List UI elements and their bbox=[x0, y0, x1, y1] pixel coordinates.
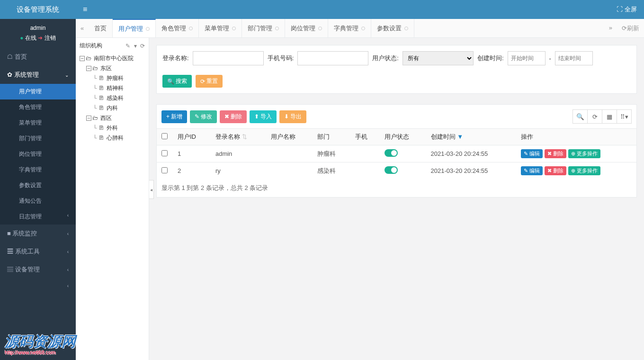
tree-east[interactable]: −🗁 东区 bbox=[80, 63, 145, 73]
phone-label: 手机号码: bbox=[268, 54, 294, 63]
sort-icon: ⇅ bbox=[242, 133, 247, 140]
tab-home[interactable]: 首页 bbox=[89, 19, 113, 37]
nav-sub-user[interactable]: 用户管理 bbox=[0, 84, 76, 99]
fullscreen-button[interactable]: ⛶ 全屏 bbox=[609, 5, 644, 14]
col-login[interactable]: 登录名称 ⇅ bbox=[211, 129, 266, 145]
nav-home[interactable]: ☖ 首页 bbox=[0, 48, 76, 66]
login-name-input[interactable] bbox=[193, 51, 264, 65]
tab-param[interactable]: 参数设置 bbox=[371, 19, 414, 37]
tab-menu[interactable]: 菜单管理 bbox=[199, 19, 242, 37]
row-delete-button[interactable]: ✖删除 bbox=[545, 166, 566, 175]
file-icon: 🖹 bbox=[98, 75, 104, 81]
edit-button[interactable]: ✎修改 bbox=[190, 110, 217, 123]
col-dept[interactable]: 部门 bbox=[313, 129, 350, 145]
nav-sub-dept[interactable]: 部门管理 bbox=[0, 131, 76, 146]
nav-sub-role[interactable]: 角色管理 bbox=[0, 99, 76, 115]
status-select[interactable]: 所有 bbox=[402, 51, 474, 65]
nav-system[interactable]: ✿ 系统管理 ⌄ bbox=[0, 66, 76, 84]
tab-dept[interactable]: 部门管理 bbox=[242, 19, 285, 37]
col-phone[interactable]: 手机 bbox=[350, 129, 380, 145]
row-more-button[interactable]: ⊕更多操作 bbox=[568, 149, 600, 158]
nav-empty[interactable]: ‹ bbox=[0, 279, 76, 293]
table-footer: 显示第 1 到第 2 条记录，总共 2 条记录 bbox=[157, 179, 636, 197]
tree-node-psych[interactable]: └ 🖹 精神科 bbox=[80, 83, 145, 93]
table-toggle-button[interactable]: ▦ bbox=[602, 109, 617, 124]
status-switch[interactable] bbox=[385, 149, 398, 157]
edit-icon: ✎ bbox=[524, 168, 528, 174]
tree-root[interactable]: −🗁 南阳市中心医院 bbox=[80, 54, 145, 63]
table-columns-button[interactable]: ⠿▾ bbox=[617, 109, 632, 124]
tree-node-oncology[interactable]: └ 🖹 肿瘤科 bbox=[80, 73, 145, 83]
close-icon[interactable] bbox=[275, 27, 279, 30]
add-button[interactable]: +新增 bbox=[161, 110, 187, 123]
chevron-left-icon: ‹ bbox=[67, 231, 69, 236]
close-icon[interactable] bbox=[232, 27, 236, 30]
tree-node-cardio[interactable]: └ 🖹 心肺科 bbox=[80, 133, 145, 143]
tree-refresh-icon[interactable]: ⟳ bbox=[140, 43, 145, 49]
row-checkbox[interactable] bbox=[161, 150, 168, 156]
tabs-prev-button[interactable]: « bbox=[76, 19, 89, 37]
phone-input[interactable] bbox=[297, 51, 368, 65]
col-ctime[interactable]: 创建时间 ▼ bbox=[426, 129, 517, 145]
cell-phone bbox=[350, 162, 380, 180]
row-delete-button[interactable]: ✖删除 bbox=[545, 149, 566, 158]
row-checkbox[interactable] bbox=[161, 167, 168, 173]
col-ops[interactable]: 操作 bbox=[516, 129, 636, 145]
nav-sub-dict[interactable]: 字典管理 bbox=[0, 162, 76, 178]
nav-sub-menu[interactable]: 菜单管理 bbox=[0, 115, 76, 131]
plus-icon: + bbox=[166, 113, 170, 120]
tree-edit-icon[interactable]: ✎ bbox=[125, 43, 130, 49]
logout-link[interactable]: 注销 bbox=[45, 35, 56, 41]
tree-node-internal[interactable]: └ 🖹 内科 bbox=[80, 103, 145, 113]
row-edit-button[interactable]: ✎编辑 bbox=[521, 166, 543, 175]
hamburger-icon[interactable]: ≡ bbox=[76, 5, 94, 14]
tab-user[interactable]: 用户管理 bbox=[113, 19, 156, 37]
select-all-checkbox[interactable] bbox=[161, 133, 168, 139]
nav-sub-param[interactable]: 参数设置 bbox=[0, 178, 76, 193]
download-icon: ⬇ bbox=[284, 113, 289, 120]
app-logo-title: 设备管理系统 bbox=[0, 0, 76, 19]
close-icon[interactable] bbox=[404, 27, 408, 30]
import-button[interactable]: ⬆导入 bbox=[250, 110, 277, 123]
file-icon: 🖹 bbox=[98, 105, 104, 111]
reset-button[interactable]: ⟳重置 bbox=[196, 75, 223, 88]
tree-node-infect[interactable]: └ 🖹 感染科 bbox=[80, 93, 145, 103]
panel-collapse-handle[interactable]: ◂ bbox=[149, 180, 154, 199]
end-date-input[interactable] bbox=[555, 51, 593, 65]
tabs-next-button[interactable]: » bbox=[604, 24, 617, 31]
chevron-down-icon: ⌄ bbox=[65, 72, 69, 78]
start-date-input[interactable] bbox=[508, 51, 546, 65]
tree-node-surgery[interactable]: └ 🖹 外科 bbox=[80, 123, 145, 133]
close-icon[interactable] bbox=[361, 27, 365, 30]
row-more-button[interactable]: ⊕更多操作 bbox=[568, 166, 600, 175]
table-search-button[interactable]: 🔍 bbox=[572, 109, 588, 124]
upload-icon: ⬆ bbox=[254, 113, 259, 120]
nav-sub-log[interactable]: 日志管理‹ bbox=[0, 209, 76, 225]
search-button[interactable]: 🔍搜索 bbox=[162, 75, 192, 88]
tree-west[interactable]: −🗁 西区 bbox=[80, 113, 145, 123]
close-icon[interactable] bbox=[189, 27, 193, 30]
table-refresh-button[interactable]: ⟳ bbox=[587, 109, 602, 124]
close-icon[interactable] bbox=[318, 27, 322, 30]
tab-dict[interactable]: 字典管理 bbox=[328, 19, 371, 37]
nav-monitor[interactable]: ■ 系统监控 ‹ bbox=[0, 225, 76, 243]
col-uname[interactable]: 用户名称 bbox=[266, 129, 313, 145]
tabs-refresh-button[interactable]: ⟳ 刷新 bbox=[617, 24, 644, 33]
delete-button[interactable]: ✖删除 bbox=[220, 110, 247, 123]
file-icon: 🖹 bbox=[98, 135, 104, 141]
row-edit-button[interactable]: ✎编辑 bbox=[521, 149, 543, 158]
col-status[interactable]: 用户状态 bbox=[380, 129, 426, 145]
close-icon[interactable] bbox=[146, 27, 150, 31]
col-uid[interactable]: 用户ID bbox=[173, 129, 211, 145]
tab-post[interactable]: 岗位管理 bbox=[285, 19, 328, 37]
delete-icon: ✖ bbox=[224, 113, 229, 120]
status-switch[interactable] bbox=[385, 166, 398, 174]
tree-dropdown-icon[interactable]: ▾ bbox=[134, 43, 137, 49]
tab-role[interactable]: 角色管理 bbox=[156, 19, 199, 37]
nav-tool[interactable]: ☰ 系统工具 ‹ bbox=[0, 243, 76, 261]
nav-sub-notice[interactable]: 通知公告 bbox=[0, 193, 76, 209]
nav-sub-post[interactable]: 岗位管理 bbox=[0, 146, 76, 162]
sort-desc-icon: ▼ bbox=[457, 133, 463, 140]
nav-device[interactable]: ▤ 设备管理 ‹ bbox=[0, 261, 76, 279]
export-button[interactable]: ⬇导出 bbox=[279, 110, 306, 123]
